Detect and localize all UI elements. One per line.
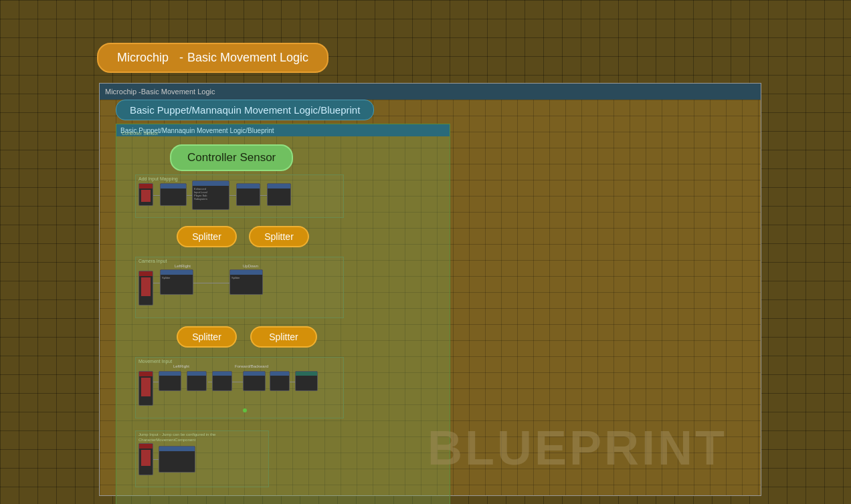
jump-node-box — [159, 446, 195, 473]
splitter-button-4[interactable]: Splitter — [250, 326, 317, 348]
mov-splitter-box-5 — [270, 371, 290, 391]
mov-mini-node-1 — [138, 371, 153, 406]
mini-node-4 — [236, 183, 260, 206]
mini-node-5 — [267, 183, 291, 206]
mov-splitter-box-1 — [159, 371, 181, 391]
blueprint-window: Microchip -Basic Movement Logic Basic Pu… — [99, 83, 761, 496]
mini-node-2 — [160, 183, 187, 206]
jump-mini-node-1 — [138, 443, 153, 475]
add-input-mapping-section: Add Input Mapping EnhancedInput LocalPla… — [135, 174, 344, 218]
breadcrumb-tab[interactable]: Basic Puppet/Mannaquin Movement Logic/Bl… — [116, 100, 374, 120]
camera-input-section: Camera Input LeftRight UpDown Splitter — [135, 257, 344, 318]
tab-suffix: Basic Movement Logic — [187, 51, 308, 65]
movement-input-section: Movement Input LeftRight Forward/Backwar… — [135, 357, 344, 418]
breadcrumb-text: Basic Puppet/Mannaquin Movement Logic/Bl… — [130, 104, 360, 116]
mini-node-1 — [138, 183, 153, 206]
mov-fb-label: Forward/Backward — [235, 364, 268, 368]
top-tab-button[interactable]: Microchip - Basic Movement Logic — [97, 43, 328, 73]
window-titlebar-text: Microchip -Basic Movement Logic — [105, 88, 215, 96]
controller-sensor-label: Controller Sensor — [170, 144, 293, 171]
mov-splitter-box-6 — [295, 371, 318, 391]
cam-lr-label: LeftRight — [175, 264, 191, 268]
jump-input-section: Jump Input - Jump can be configured in t… — [135, 430, 269, 487]
cam-splitter-box-1: Splitter — [160, 269, 193, 295]
controller-sensor-mini-label: Controller Sensor — [122, 131, 158, 136]
tab-prefix: Microchip — [117, 51, 169, 65]
inner-panel: Basic Puppet/Mannaquin Movement Logic/Bl… — [116, 124, 450, 504]
blueprint-watermark: BLUEPRINT — [428, 420, 727, 475]
splitter-button-1[interactable]: Splitter — [177, 226, 237, 247]
mov-lr-label: LeftRight — [173, 364, 189, 368]
camera-input-label: Camera Input — [136, 257, 343, 265]
mov-splitter-box-3 — [212, 371, 232, 391]
jump-input-label: Jump Input - Jump can be configured in t… — [136, 431, 268, 445]
splitter-button-3[interactable]: Splitter — [177, 326, 237, 348]
splitter-button-2[interactable]: Splitter — [249, 226, 309, 247]
tab-dash: - — [173, 51, 183, 65]
mov-splitter-box-2 — [187, 371, 207, 391]
mov-splitter-box-4 — [243, 371, 266, 391]
inner-panel-title: Basic Puppet/Mannaquin Movement Logic/Bl… — [116, 124, 450, 136]
cam-splitter-box-2: Splitter — [229, 269, 263, 295]
cam-ud-label: UpDown — [243, 264, 258, 268]
controller-sensor-text: Controller Sensor — [187, 151, 276, 164]
mini-node-3: EnhancedInput LocalPlayer SubSubsystem — [192, 180, 229, 210]
window-titlebar: Microchip -Basic Movement Logic — [100, 84, 761, 100]
aim-label: Add Input Mapping — [136, 175, 343, 182]
cam-mini-node-1 — [138, 271, 153, 305]
